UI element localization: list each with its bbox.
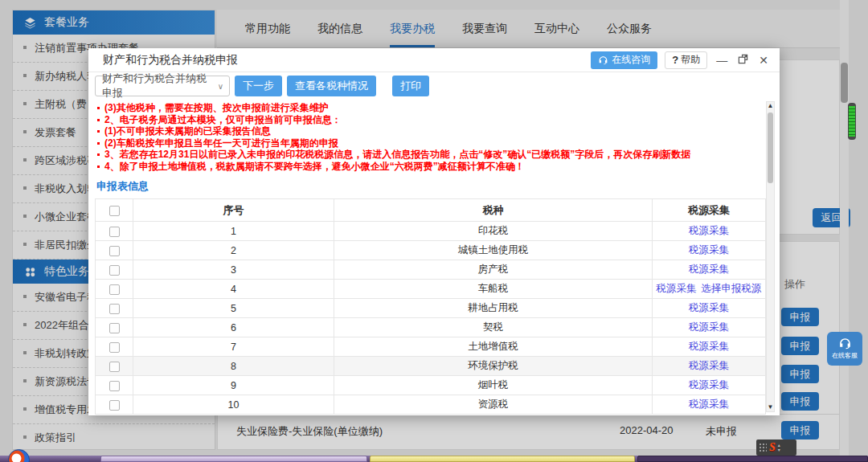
row-checkbox[interactable] (109, 362, 120, 372)
tax-source-link[interactable]: 税源采集 (689, 225, 729, 236)
notice-line: 3、若您存在12月31日以前已录入未申报的印花税税源信息，请进入信息报告功能，点… (95, 149, 780, 161)
table-row: 8 环境保护税 税源采集 (96, 357, 766, 376)
online-consult-button[interactable]: 在线咨询 (591, 51, 657, 69)
notice-line: (2)车船税按年申报且当年任一天可进行当年属期的申报 (95, 137, 780, 149)
row-checkbox[interactable] (109, 284, 120, 295)
table-row: 4 车船税 税源采集选择申报税源 (96, 280, 766, 299)
tax-source-link[interactable]: 税源采集 (657, 283, 697, 294)
taskbar-window-button[interactable] (637, 456, 868, 462)
bullet-icon (97, 119, 100, 121)
green-stripes-icon (849, 106, 855, 137)
bullet-icon (97, 130, 100, 133)
table-row: 6 契税 税源采集 (96, 318, 766, 337)
tax-declaration-modal: 财产和行为税合并纳税申报 在线咨询 ? 帮助 — ✕ 财产和行为税合并纳税申报 … (88, 48, 780, 415)
minimize-icon[interactable]: — (714, 53, 729, 67)
drag-handle-icon[interactable] (759, 443, 767, 452)
bullet-icon (97, 166, 100, 168)
headset-icon (598, 55, 608, 65)
bullet-icon (97, 153, 100, 156)
row-checkbox[interactable] (109, 265, 120, 276)
tax-source-link[interactable]: 税源采集 (689, 264, 729, 275)
col-header-no: 序号 (133, 199, 334, 222)
taskbar-window-button[interactable] (100, 456, 367, 462)
help-button[interactable]: ? 帮助 (665, 51, 707, 69)
arrow-down-icon[interactable]: ▾ (778, 448, 780, 452)
headset-icon (838, 337, 852, 350)
notice-line: (1)不可申报未来属期的已采集报告信息 (95, 125, 780, 137)
modal-scrollbar[interactable]: ▲ ▼ (766, 101, 775, 412)
edge-widget[interactable] (848, 103, 856, 140)
row-checkbox[interactable] (109, 400, 120, 411)
col-header-tax: 税种 (334, 199, 653, 222)
chevron-down-icon: ∨ (212, 82, 229, 91)
row-checkbox[interactable] (109, 342, 120, 353)
row-checkbox[interactable] (109, 323, 120, 333)
declaration-table: 序号 税种 税源采集 1 印花税 税源采集 2 城镇土地使用税 税源采集 3 房… (95, 198, 766, 415)
close-icon[interactable]: ✕ (757, 53, 770, 67)
select-all-checkbox[interactable] (109, 206, 120, 216)
input-method-bar[interactable]: S ▴▾ (756, 440, 796, 456)
declaration-type-select[interactable]: 财产和行为税合并纳税申报 ∨ (95, 76, 230, 96)
taskbar (0, 456, 868, 462)
next-step-button[interactable]: 下一步 (235, 76, 282, 96)
table-row: 3 房产税 税源采集 (96, 260, 766, 280)
tax-source-link[interactable]: 税源采集 (689, 244, 729, 256)
sogou-icon: S (769, 441, 776, 454)
customer-service-label: 在线客服 (832, 351, 858, 360)
scroll-down-icon[interactable]: ▼ (768, 403, 774, 411)
tax-source-link[interactable]: 税源采集 (689, 360, 729, 371)
notice-line: 4、除了申报土地增值税，税款属期请不要跨年选择，避免小微企业“六税两费”减征额计… (95, 161, 780, 173)
select-declare-source-link[interactable]: 选择申报税源 (702, 283, 762, 294)
table-row: 7 土地增值税 税源采集 (96, 337, 766, 357)
tax-source-link[interactable]: 税源采集 (689, 399, 729, 410)
maximize-icon[interactable] (736, 52, 750, 67)
row-checkbox[interactable] (109, 304, 120, 314)
page-scrollbar[interactable] (840, 0, 849, 456)
bullet-icon (97, 107, 100, 109)
notice-line: 2、电子税务局通过本模块，仅可申报当前可申报信息： (95, 114, 780, 126)
scrollbar-thumb[interactable] (768, 112, 773, 183)
row-checkbox[interactable] (109, 246, 120, 256)
question-icon: ? (672, 54, 678, 66)
col-header-source: 税源采集 (653, 199, 766, 222)
table-header-row: 序号 税种 税源采集 (96, 199, 766, 222)
view-tax-status-button[interactable]: 查看各税种情况 (287, 76, 376, 96)
section-title: 申报表信息 (96, 179, 780, 194)
modal-toolbar: 财产和行为税合并纳税申报 ∨ 下一步 查看各税种情况 打印 (88, 72, 780, 100)
table-row: 1 印花税 税源采集 (96, 222, 766, 241)
tax-source-link[interactable]: 税源采集 (689, 302, 729, 313)
table-row: 2 城镇土地使用税 税源采集 (96, 241, 766, 260)
bullet-icon (97, 142, 100, 145)
print-button[interactable]: 打印 (392, 76, 429, 96)
customer-service-button[interactable]: 在线客服 (827, 332, 862, 366)
row-checkbox[interactable] (109, 227, 120, 237)
modal-titlebar: 财产和行为税合并纳税申报 在线咨询 ? 帮助 — ✕ (88, 48, 780, 72)
scrollbar-thumb[interactable] (841, 63, 848, 103)
modal-title: 财产和行为税合并纳税申报 (103, 53, 238, 67)
modal-body: (3)其他税种，需要在按期、按次申报前进行采集维护 2、电子税务局通过本模块，仅… (88, 100, 780, 415)
tax-source-link[interactable]: 税源采集 (689, 321, 729, 333)
row-checkbox[interactable] (109, 381, 120, 391)
table-row: 5 耕地占用税 税源采集 (96, 299, 766, 318)
tax-source-link[interactable]: 税源采集 (689, 379, 729, 390)
scroll-up-icon[interactable]: ▲ (768, 102, 774, 110)
table-row: 10 资源税 税源采集 (96, 395, 766, 415)
table-row: 9 烟叶税 税源采集 (96, 376, 766, 395)
tax-source-link[interactable]: 税源采集 (689, 341, 729, 352)
notice-line: (3)其他税种，需要在按期、按次申报前进行采集维护 (95, 102, 780, 114)
taskbar-window-button[interactable] (370, 456, 635, 462)
